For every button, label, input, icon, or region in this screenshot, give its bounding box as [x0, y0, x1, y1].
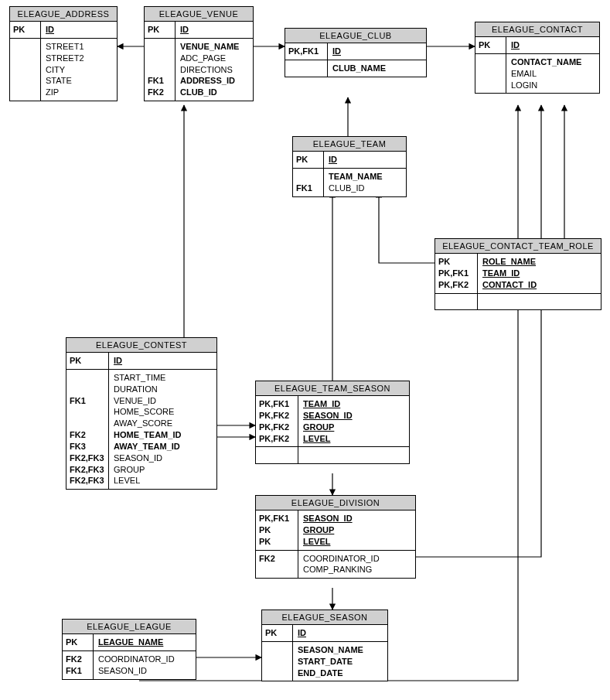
entity-eleague-contact-team-role: ELEAGUE_CONTACT_TEAM_ROLE PK PK,FK1 PK,F… — [434, 238, 601, 310]
entity-title: ELEAGUE_VENUE — [145, 7, 253, 22]
entity-title: ELEAGUE_DIVISION — [256, 496, 415, 510]
entity-eleague-contest: ELEAGUE_CONTEST PK ID FK1 FK2 FK3 FK2,FK… — [66, 337, 217, 490]
entity-eleague-club: ELEAGUE_CLUB PK,FK1 ID CLUB_NAME — [285, 28, 427, 77]
er-diagram-canvas: ELEAGUE_ADDRESS PK ID STREET1 STREET2 CI… — [0, 0, 610, 700]
entity-title: ELEAGUE_LEAGUE — [63, 620, 196, 634]
entity-eleague-address: ELEAGUE_ADDRESS PK ID STREET1 STREET2 CI… — [9, 6, 118, 101]
entity-eleague-team-season: ELEAGUE_TEAM_SEASON PK,FK1 PK,FK2 PK,FK2… — [255, 381, 410, 464]
entity-title: ELEAGUE_CONTACT — [475, 22, 599, 37]
entity-title: ELEAGUE_SEASON — [262, 610, 387, 625]
entity-eleague-league: ELEAGUE_LEAGUE PK LEAGUE_NAME FK2 FK1 CO… — [62, 619, 196, 680]
entity-title: ELEAGUE_CLUB — [285, 29, 426, 43]
entity-eleague-contact: ELEAGUE_CONTACT PK ID CONTACT_NAME EMAIL… — [475, 22, 600, 94]
entity-title: ELEAGUE_CONTEST — [66, 338, 216, 353]
entity-title: ELEAGUE_TEAM_SEASON — [256, 381, 409, 396]
entity-title: ELEAGUE_TEAM — [293, 137, 406, 152]
entity-eleague-season: ELEAGUE_SEASON PK ID SEASON_NAME START_D… — [261, 610, 388, 681]
entity-title: ELEAGUE_CONTACT_TEAM_ROLE — [435, 239, 601, 254]
entity-eleague-team: ELEAGUE_TEAM PK ID FK1 TEAM_NAME CLUB_ID — [292, 136, 407, 197]
entity-title: ELEAGUE_ADDRESS — [10, 7, 117, 22]
entity-eleague-venue: ELEAGUE_VENUE PK ID FK1 FK2 VENUE_NAME A… — [144, 6, 254, 101]
entity-eleague-division: ELEAGUE_DIVISION PK,FK1 PK PK SEASON_ID … — [255, 495, 416, 579]
